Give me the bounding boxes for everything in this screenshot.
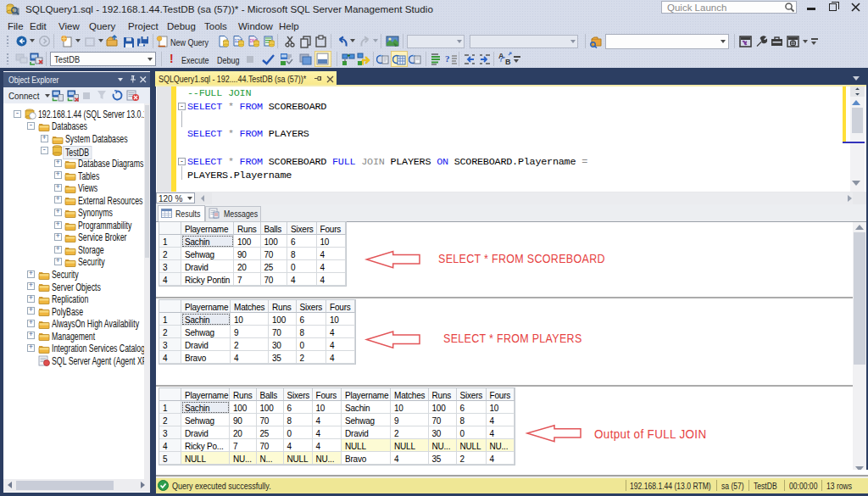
svg-text:B: B (505, 58, 511, 66)
svg-text:?: ? (445, 53, 450, 64)
